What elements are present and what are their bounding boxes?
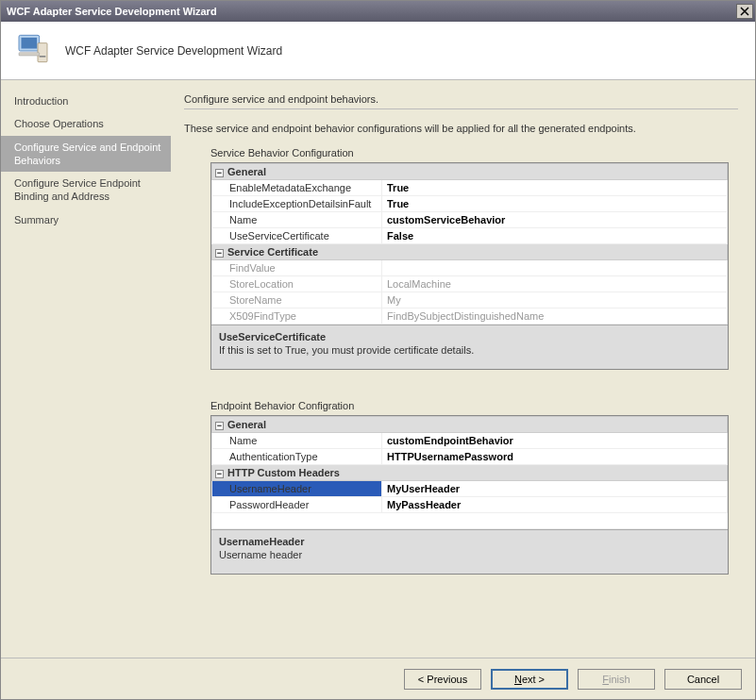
endpoint-behavior-grid[interactable]: −General NamecustomEndpointBehavior Auth… xyxy=(210,415,729,575)
desc-text: If this is set to True, you must provide… xyxy=(219,344,720,356)
prop-store-name[interactable]: StoreNameMy xyxy=(212,292,728,308)
page-description: These service and endpoint behavior conf… xyxy=(184,123,738,134)
page-heading: Configure service and endpoint behaviors… xyxy=(184,93,738,105)
prop-store-location[interactable]: StoreLocationLocalMachine xyxy=(212,276,728,292)
category-service-certificate[interactable]: −Service Certificate xyxy=(212,244,728,260)
category-general[interactable]: −General xyxy=(212,164,728,180)
divider xyxy=(184,108,738,109)
endpoint-description-panel: UsernameHeader Username header xyxy=(211,529,728,574)
cancel-button[interactable]: Cancel xyxy=(664,669,742,690)
svg-rect-4 xyxy=(19,52,40,55)
svg-rect-3 xyxy=(40,56,46,58)
sidebar-item-configure-behaviors[interactable]: Configure Service and Endpoint Behaviors xyxy=(1,136,171,173)
prop-auth-type[interactable]: AuthenticationTypeHTTPUsernamePassword xyxy=(212,449,728,465)
prop-find-value[interactable]: FindValue xyxy=(212,260,728,276)
sidebar-item-summary[interactable]: Summary xyxy=(1,208,171,231)
wizard-header: WCF Adapter Service Development Wizard xyxy=(1,22,755,80)
prop-use-service-cert[interactable]: UseServiceCertificateFalse xyxy=(212,228,728,244)
service-description-panel: UseServiceCertificate If this is set to … xyxy=(211,325,728,369)
desc-text: Username header xyxy=(219,549,720,560)
sidebar-item-configure-binding[interactable]: Configure Service Endpoint Binding and A… xyxy=(1,172,171,208)
close-icon xyxy=(740,7,749,16)
title-bar[interactable]: WCF Adapter Service Development Wizard xyxy=(1,1,755,22)
collapse-icon[interactable]: − xyxy=(215,169,224,177)
service-behavior-label: Service Behavior Configuration xyxy=(210,147,738,158)
wizard-footer: < Previous Next > Finish Cancel xyxy=(1,658,755,699)
collapse-icon[interactable]: − xyxy=(215,470,224,478)
prop-enable-metadata[interactable]: EnableMetadataExchangeTrue xyxy=(212,180,728,196)
sidebar-item-introduction[interactable]: Introduction xyxy=(1,90,171,112)
category-http-headers[interactable]: −HTTP Custom Headers xyxy=(212,465,728,481)
wizard-sidebar: Introduction Choose Operations Configure… xyxy=(1,80,171,658)
previous-button[interactable]: < Previous xyxy=(404,669,481,690)
endpoint-behavior-label: Endpoint Behavior Configration xyxy=(210,400,738,411)
prop-name[interactable]: NamecustomServiceBehavior xyxy=(212,212,728,228)
prop-ep-name[interactable]: NamecustomEndpointBehavior xyxy=(212,433,728,449)
computer-icon xyxy=(14,32,52,70)
desc-title: UseServiceCertificate xyxy=(219,331,720,342)
service-behavior-grid[interactable]: −General EnableMetadataExchangeTrue Incl… xyxy=(210,162,729,370)
svg-rect-1 xyxy=(22,37,38,48)
collapse-icon[interactable]: − xyxy=(215,249,224,258)
prop-username-header[interactable]: UsernameHeaderMyUserHeader xyxy=(212,481,728,497)
prop-include-exception[interactable]: IncludeExceptionDetailsinFaultTrue xyxy=(212,196,728,212)
collapse-icon[interactable]: − xyxy=(215,422,224,430)
close-button[interactable] xyxy=(736,4,753,19)
next-button[interactable]: Next > xyxy=(491,669,568,690)
finish-button: Finish xyxy=(578,669,655,690)
sidebar-item-choose-operations[interactable]: Choose Operations xyxy=(1,112,171,135)
header-title: WCF Adapter Service Development Wizard xyxy=(65,44,282,58)
prop-password-header[interactable]: PasswordHeaderMyPassHeader xyxy=(212,497,728,513)
desc-title: UsernameHeader xyxy=(219,536,720,547)
category-general-ep[interactable]: −General xyxy=(212,417,728,433)
wizard-main: Configure service and endpoint behaviors… xyxy=(171,80,755,658)
window-title: WCF Adapter Service Development Wizard xyxy=(7,6,217,17)
prop-x509-find-type[interactable]: X509FindTypeFindBySubjectDistinguishedNa… xyxy=(212,308,728,325)
